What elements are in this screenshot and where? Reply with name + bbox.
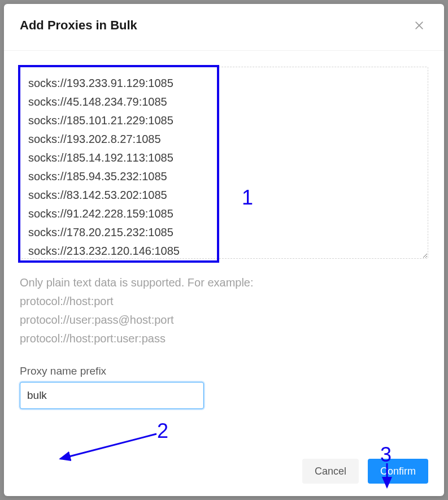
annotation-number-2: 2	[157, 419, 168, 443]
prefix-input[interactable]	[20, 382, 204, 409]
proxies-textarea[interactable]	[20, 67, 428, 259]
modal-body: Only plain text data is supported. For e…	[4, 51, 444, 447]
modal-header: Add Proxies in Bulk	[4, 4, 444, 51]
prefix-section: Proxy name prefix	[20, 365, 428, 409]
cancel-button[interactable]: Cancel	[302, 459, 359, 484]
help-text-block: Only plain text data is supported. For e…	[20, 273, 428, 348]
help-line-3: protocol://user:pass@host:port	[20, 311, 428, 329]
help-line-1: Only plain text data is supported. For e…	[20, 273, 428, 292]
confirm-button[interactable]: Confirm	[368, 459, 428, 484]
add-proxies-modal: Add Proxies in Bulk Only plain text data…	[4, 4, 444, 496]
close-button[interactable]	[410, 16, 428, 34]
textarea-wrapper	[20, 67, 428, 261]
modal-title: Add Proxies in Bulk	[20, 18, 137, 33]
help-line-4: protocol://host:port:user:pass	[20, 329, 428, 348]
modal-footer: Cancel Confirm	[4, 447, 444, 496]
close-icon	[414, 20, 425, 31]
prefix-label: Proxy name prefix	[20, 365, 428, 377]
help-line-2: protocol://host:port	[20, 292, 428, 311]
